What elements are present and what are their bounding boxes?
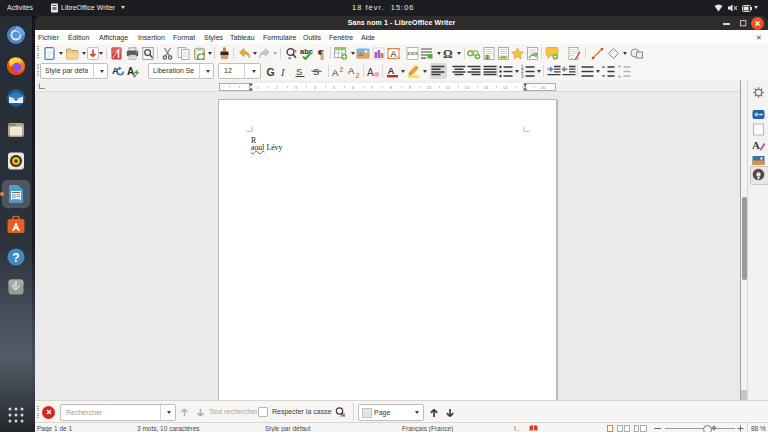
svg-text:16: 16 <box>541 85 546 90</box>
svg-text:?: ? <box>12 251 19 265</box>
svg-text:A: A <box>367 66 374 77</box>
svg-text:A: A <box>127 65 134 76</box>
svg-text:I: I <box>280 66 285 77</box>
svg-text:Ω: Ω <box>443 47 453 60</box>
svg-text:13: 13 <box>484 85 489 90</box>
svg-text:¶: ¶ <box>318 47 324 60</box>
svg-text:12: 12 <box>465 85 470 90</box>
svg-text:A: A <box>332 67 339 78</box>
svg-text:A: A <box>391 48 397 58</box>
svg-text:abc: abc <box>300 47 313 56</box>
svg-text:A: A <box>348 65 355 76</box>
svg-text:2: 2 <box>356 71 360 78</box>
svg-text:S: S <box>296 65 302 76</box>
svg-text:15: 15 <box>522 85 527 90</box>
svg-text:2: 2 <box>340 66 344 73</box>
svg-text:10: 10 <box>427 85 432 90</box>
svg-text:A: A <box>752 139 760 151</box>
svg-text:G: G <box>267 65 275 77</box>
svg-text:3: 3 <box>521 73 524 77</box>
svg-text:14: 14 <box>503 85 508 90</box>
svg-text:A: A <box>388 65 395 76</box>
svg-text:11: 11 <box>446 85 451 90</box>
